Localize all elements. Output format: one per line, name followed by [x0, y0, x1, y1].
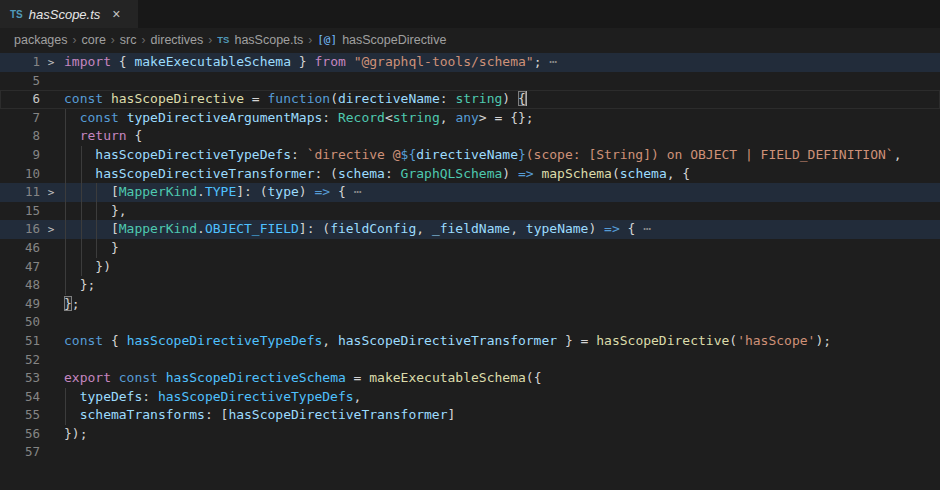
gutter: 7	[0, 109, 64, 128]
code-token: )	[588, 221, 604, 236]
indent-guide	[65, 239, 66, 258]
code-line[interactable]: 15 },	[0, 202, 940, 221]
code-token: string	[393, 110, 440, 125]
code-token: :	[291, 147, 307, 162]
code-line[interactable]: 53export const hasScopeDirectiveSchema =…	[0, 369, 940, 388]
fold-chevron-icon[interactable]: >	[40, 221, 62, 240]
code-line[interactable]: 51const { hasScopeDirectiveTypeDefs, has…	[0, 332, 940, 351]
indent-guide	[65, 202, 66, 221]
gutter: 1>	[0, 53, 64, 73]
code-token: } =	[557, 333, 596, 348]
code-token: const	[64, 91, 103, 106]
code-line[interactable]: 10 hasScopeDirectiveTransformer: (schema…	[0, 165, 940, 184]
line-number: 53	[0, 369, 40, 388]
code-line[interactable]: 11> [MapperKind.TYPE]: (type) => { ⋯	[0, 183, 940, 202]
fold-chevron-icon[interactable]: >	[40, 54, 62, 73]
code-line[interactable]: 6const hasScopeDirective = function(dire…	[0, 90, 940, 109]
code-token: _fieldName	[432, 221, 510, 236]
code-line[interactable]: 8 return {	[0, 127, 940, 146]
indent-guide	[96, 220, 97, 239]
code-token: }	[64, 240, 119, 255]
code-line[interactable]: 16> [MapperKind.OBJECT_FIELD]: (fieldCon…	[0, 220, 940, 239]
indent-guide	[81, 258, 82, 277]
code-token: import	[64, 54, 111, 69]
code-token: makeExecutableSchema	[134, 54, 291, 69]
code-line[interactable]: 48 };	[0, 276, 940, 295]
code-token: MapperKind	[119, 184, 197, 199]
breadcrumb-separator-icon: ›	[109, 33, 117, 47]
breadcrumb-file[interactable]: hasScope.ts	[234, 33, 303, 47]
breadcrumb-src[interactable]: src	[120, 33, 137, 47]
code-token: :	[385, 166, 401, 181]
code-token: 'hasScope'	[737, 333, 815, 348]
breadcrumb: packages › core › src › directives › TS …	[0, 28, 940, 51]
breadcrumb-directives[interactable]: directives	[151, 33, 204, 47]
line-number: 56	[0, 425, 40, 444]
code-token: (scope: [String]) on OBJECT | FIELD_DEFI…	[526, 147, 894, 162]
code-line[interactable]: 57	[0, 443, 940, 462]
code-token: {	[518, 91, 526, 106]
code-token: (	[330, 91, 338, 106]
line-number: 47	[0, 258, 40, 277]
code-token: =	[244, 91, 267, 106]
code-token: export	[64, 370, 111, 385]
code-token: }	[64, 296, 72, 311]
breadcrumb-separator-icon: ›	[71, 33, 79, 47]
code-line[interactable]: 7 const typeDirectiveArgumentMaps: Recor…	[0, 109, 940, 128]
indent-guide	[65, 127, 66, 146]
code-token: hasScopeDirectiveTypeDefs	[127, 333, 323, 348]
line-number: 15	[0, 202, 40, 221]
code-token: > = {};	[479, 110, 534, 125]
code-token: (	[729, 333, 737, 348]
code-line[interactable]: 1>import { makeExecutableSchema } from "…	[0, 53, 940, 72]
code-token: hasScopeDirectiveTypeDefs	[95, 147, 291, 162]
gutter: 50	[0, 313, 64, 332]
code-editor[interactable]: 1>import { makeExecutableSchema } from "…	[0, 51, 940, 462]
code-line[interactable]: 9 hasScopeDirectiveTypeDefs: `directive …	[0, 146, 940, 165]
code-token: : [	[205, 407, 228, 422]
code-token: schemaTransforms	[80, 407, 205, 422]
code-token: {	[111, 54, 134, 69]
code-line[interactable]: 56});	[0, 425, 940, 444]
line-number: 9	[0, 146, 40, 165]
code-line[interactable]: 47 })	[0, 258, 940, 277]
gutter: 15	[0, 202, 64, 221]
indent-guide	[81, 165, 82, 184]
code-token: ,	[894, 147, 902, 162]
breadcrumb-packages[interactable]: packages	[14, 33, 68, 47]
gutter: 46	[0, 239, 64, 258]
gutter: 16>	[0, 220, 64, 240]
code-token: type	[268, 184, 299, 199]
fold-chevron-icon[interactable]: >	[40, 184, 62, 203]
code-token: =>	[604, 221, 620, 236]
code-line[interactable]: 5	[0, 72, 940, 91]
code-token: })	[64, 259, 111, 274]
breadcrumb-symbol[interactable]: hasScopeDirective	[342, 33, 446, 47]
code-line[interactable]: 46 }	[0, 239, 940, 258]
code-token	[111, 370, 119, 385]
code-token: TYPE	[205, 184, 236, 199]
code-token: },	[64, 203, 127, 218]
code-token: makeExecutableSchema	[369, 370, 526, 385]
code-token: Record	[338, 110, 385, 125]
indent-guide	[81, 220, 82, 239]
code-line[interactable]: 54 typeDefs: hasScopeDirectiveTypeDefs,	[0, 388, 940, 407]
code-line[interactable]: 55 schemaTransforms: [hasScopeDirectiveT…	[0, 406, 940, 425]
code-token: const	[119, 370, 158, 385]
text-cursor	[526, 91, 528, 106]
folded-code-ellipsis[interactable]: ⋯	[354, 184, 362, 199]
breadcrumb-core[interactable]: core	[82, 33, 106, 47]
code-token: ,	[416, 221, 432, 236]
code-token: [	[64, 221, 119, 236]
gutter: 52	[0, 351, 64, 370]
tab-hasscope[interactable]: TS hasScope.ts ×	[0, 0, 138, 28]
code-token: hasScopeDirectiveSchema	[166, 370, 346, 385]
line-number: 16	[0, 220, 40, 239]
close-tab-icon[interactable]: ×	[112, 7, 120, 21]
code-line[interactable]: 52	[0, 351, 940, 370]
code-line[interactable]: 50	[0, 313, 940, 332]
indent-guide	[96, 239, 97, 258]
folded-code-ellipsis[interactable]: ⋯	[643, 221, 651, 236]
folded-code-ellipsis[interactable]: ⋯	[549, 54, 557, 69]
code-line[interactable]: 49};	[0, 295, 940, 314]
